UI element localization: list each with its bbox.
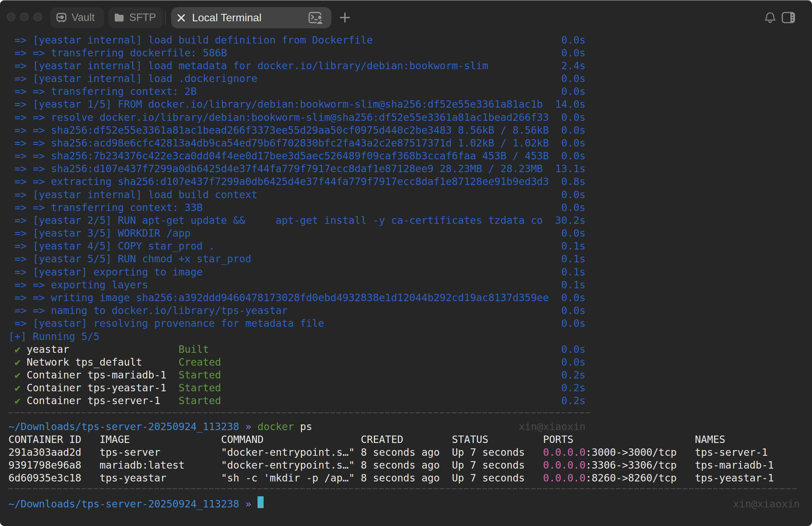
ports-mapping: :8260->8260/tcp: [585, 472, 677, 484]
step-duration: 0.0s: [561, 46, 585, 59]
step-duration: 0.0s: [561, 304, 585, 317]
build-log-text: => [yeastar 5/5] RUN chmod +x star_prod: [9, 253, 251, 265]
build-log-line: => [yeastar internal] load build definit…: [9, 34, 812, 46]
build-log-line: => => writing image sha256:a392ddd946047…: [9, 292, 812, 304]
step-duration: 0.0s: [561, 227, 585, 240]
step-duration: 0.1s: [561, 240, 585, 253]
build-log-text: => [yeastar internal] load .dockerignore: [9, 73, 258, 84]
build-log-line: => => sha256:d107e437f7299a0db6425d4e37f…: [9, 162, 812, 175]
prompt-arrow: »: [245, 498, 251, 511]
build-log-line: => => resolve docker.io/library/debian:b…: [9, 111, 812, 124]
build-log-text: => => transferring dockerfile: 586B: [9, 47, 227, 59]
build-log-text: => [yeastar 2/5] RUN apt-get update && a…: [9, 214, 543, 226]
build-log-line: => [yeastar] resolving provenance for me…: [9, 317, 812, 330]
prompt-separator-line: [9, 412, 592, 413]
step-duration: 14.0s: [555, 98, 585, 111]
ports-mapping: :3306->3306/tcp: [585, 459, 677, 471]
build-log-text: => => sha256:acd98e6cfc42813a4db9ca54ed7…: [9, 137, 549, 149]
docker-ps-header-cell: STATUS: [452, 433, 488, 446]
build-log-text: => [yeastar] exporting to image: [9, 266, 203, 278]
build-log-text: => [yeastar 1/5] FROM docker.io/library/…: [9, 98, 543, 110]
compose-resource-status: Started: [178, 394, 221, 407]
terminal-screen[interactable]: => [yeastar internal] load build definit…: [0, 0, 812, 526]
docker-ps-header-cell: NAMES: [695, 433, 725, 446]
build-log-line: => [yeastar] exporting to image0.1s: [9, 266, 812, 279]
rprompt-user-host: xin@xiaoxin: [519, 420, 585, 433]
prompt-command: docker ps: [258, 420, 312, 433]
build-log-text: => [yeastar] resolving provenance for me…: [9, 317, 324, 329]
container-id-cell: 9391798e96a8: [9, 459, 81, 472]
step-duration: 0.1s: [561, 279, 585, 292]
command-cell: "docker-entrypoint.s…": [221, 446, 355, 459]
ports-cell: 0.0.0.0:3306->3306/tcp: [543, 459, 677, 472]
build-log-text: => => extracting sha256:d107e437f7299a0d…: [9, 175, 549, 187]
names-cell: tps-server-1: [695, 446, 768, 459]
prompt-path: ~/Downloads/tps-server-20250924_113238: [9, 498, 239, 510]
step-duration: 0.0s: [561, 85, 585, 98]
build-log-line: => => transferring context: 2B0.0s: [9, 85, 812, 98]
prompt-path: ~/Downloads/tps-server-20250924_113238: [9, 421, 239, 432]
shell-prompt-line: ~/Downloads/tps-server-20250924_113238»d…: [9, 420, 812, 433]
image-cell: tps-yeastar: [100, 472, 166, 484]
command-cell: "sh -c 'mkdir -p /ap…": [221, 472, 355, 484]
build-log-line: => => exporting layers0.1s: [9, 279, 812, 292]
names-cell: tps-yeastar-1: [695, 472, 774, 484]
check-icon: ✔: [9, 343, 27, 355]
build-log-text: => [yeastar internal] load build context: [9, 189, 258, 201]
docker-ps-header-cell: CONTAINER ID: [9, 433, 81, 446]
build-log-line: => => sha256:acd98e6cfc42813a4db9ca54ed7…: [9, 137, 812, 150]
build-log-text: => [yeastar internal] load metadata for …: [9, 60, 488, 72]
compose-resource-name: Container tps-mariadb-1: [27, 369, 166, 381]
step-duration: 0.0s: [561, 317, 585, 330]
build-log-line: => => naming to docker.io/library/tps-ye…: [9, 304, 812, 317]
step-duration: 0.0s: [561, 111, 585, 124]
command-cell: "docker-entrypoint.s…": [221, 459, 355, 472]
step-duration: 0.0s: [561, 201, 585, 214]
status-cell: Up 7 seconds: [452, 459, 525, 472]
build-log-line: => [yeastar internal] load .dockerignore…: [9, 72, 812, 85]
build-log-line: => => sha256:df52e55e3361a81ac1bead266f3…: [9, 124, 812, 137]
terminal-app-window: Vault SFTP Local Terminal: [0, 0, 812, 526]
container-id-cell: 291a303aad2d: [9, 446, 81, 459]
build-log-text: => => transferring context: 33B: [9, 201, 203, 213]
check-icon: ✔: [9, 382, 27, 394]
build-log-line: => [yeastar 2/5] RUN apt-get update && a…: [9, 214, 812, 227]
compose-running-header: [+] Running 5/5: [9, 330, 812, 343]
ports-cell: 0.0.0.0:3000->3000/tcp: [543, 446, 677, 459]
build-log-text: => => writing image sha256:a392ddd946047…: [9, 292, 549, 303]
build-log-line: => [yeastar internal] load metadata for …: [9, 59, 812, 72]
rprompt-user-host: xin@xiaoxin: [733, 498, 800, 511]
step-duration: 0.8s: [561, 175, 585, 188]
compose-resource-status: Started: [178, 382, 221, 394]
build-log-text: => [yeastar 3/5] WORKDIR /app: [9, 227, 191, 239]
image-cell: tps-server: [100, 446, 160, 459]
build-log-text: => => naming to docker.io/library/tps-ye…: [9, 304, 288, 316]
docker-ps-header-cell: IMAGE: [100, 433, 130, 446]
build-log-text: => => resolve docker.io/library/debian:b…: [9, 111, 549, 123]
compose-result-row: ✔ Network tps_defaultCreated0.0s: [9, 356, 812, 369]
step-duration: 0.0s: [561, 292, 585, 304]
step-duration: 0.0s: [561, 356, 585, 369]
terminal-cursor: [258, 496, 264, 508]
compose-resource-name: Container tps-server-1: [27, 395, 160, 407]
step-duration: 0.2s: [561, 394, 585, 407]
compose-resource-status: Started: [178, 369, 221, 382]
step-duration: 0.0s: [561, 124, 585, 137]
build-log-line: => [yeastar 1/5] FROM docker.io/library/…: [9, 98, 812, 111]
compose-resource-name: Network tps_default: [27, 356, 142, 368]
prompt-command-arg: ps: [294, 421, 312, 432]
compose-resource-status: Created: [178, 356, 221, 369]
prompt-separator-line: [9, 488, 798, 489]
step-duration: 0.2s: [561, 382, 585, 394]
check-icon: ✔: [9, 356, 27, 368]
build-log-line: => => sha256:7b234376c422e3ca0dd04f4ee0d…: [9, 150, 812, 162]
step-duration: 0.0s: [561, 72, 585, 85]
docker-ps-header-cell: COMMAND: [221, 433, 264, 446]
check-icon: ✔: [9, 369, 27, 381]
compose-running-text: [+] Running 5/5: [9, 330, 100, 342]
build-log-text: => [yeastar 4/5] COPY star_prod .: [9, 240, 215, 252]
build-log-line: => => transferring context: 33B0.0s: [9, 201, 812, 214]
step-duration: 0.0s: [561, 188, 585, 201]
docker-ps-row: 9391798e96a8mariadb:latest"docker-entryp…: [9, 459, 812, 472]
compose-resource-name: yeastar: [27, 343, 69, 355]
